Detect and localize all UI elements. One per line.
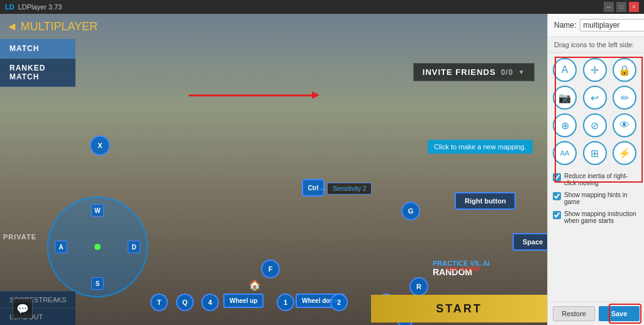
- sensitivity-arrows: ↔: [319, 184, 328, 194]
- icon-tap[interactable]: A: [553, 58, 577, 82]
- key-badge-1[interactable]: 1: [277, 294, 294, 311]
- game-area: ◄ MULTIPLAYER MATCH RANKED MATCH INVITE …: [0, 14, 547, 325]
- icon-repeat[interactable]: ↩: [583, 86, 607, 110]
- panel-name-label: Name:: [554, 21, 576, 30]
- icon-camera[interactable]: 📷: [553, 86, 577, 110]
- game-title: MULTIPLAYER: [21, 20, 97, 33]
- restore-button[interactable]: □: [616, 2, 626, 12]
- back-button[interactable]: ◄ MULTIPLAYER: [6, 20, 97, 33]
- joystick-dot: [94, 244, 101, 250]
- wheel-up-button[interactable]: Wheel up: [223, 294, 264, 308]
- icon-view[interactable]: 👁: [613, 113, 636, 137]
- key-badge-t[interactable]: T: [150, 294, 168, 311]
- home-icon[interactable]: 🏠: [248, 279, 261, 291]
- panel-name-row: Name: ▼: [548, 14, 644, 37]
- key-s: S: [91, 277, 104, 290]
- key-d: D: [128, 241, 140, 253]
- icon-no[interactable]: ⊘: [583, 113, 607, 137]
- space-button[interactable]: Space: [513, 233, 547, 251]
- checkbox-reduce-inertia: Reduce inertia of right-click moving: [548, 170, 644, 189]
- panel-name-input[interactable]: [580, 19, 644, 31]
- nav-item-match[interactable]: MATCH: [0, 39, 75, 59]
- key-w: W: [91, 204, 104, 217]
- bottom-menu-loadout[interactable]: LOADOUT: [0, 308, 75, 325]
- title-bar-controls: ─ □ ✕: [604, 2, 639, 12]
- bottom-menu-scorestreaks[interactable]: SCORESTREAKS: [0, 291, 75, 308]
- checkbox-show-hints-input[interactable]: [553, 192, 561, 200]
- new-mapping-hint[interactable]: Click to make a new mapping.: [428, 140, 533, 154]
- invite-count: 0/0: [501, 68, 513, 77]
- title-bar-left: LD LDPlayer 3.73: [5, 3, 62, 11]
- minimize-button[interactable]: ─: [604, 2, 614, 12]
- close-button[interactable]: ✕: [629, 2, 639, 12]
- invite-dropdown-icon: ▼: [518, 69, 525, 76]
- key-badge-2[interactable]: 2: [330, 294, 348, 311]
- back-arrow-icon: ◄: [6, 20, 18, 33]
- panel-bottom-buttons: Restore Save: [548, 302, 644, 325]
- sensitivity-button[interactable]: Sensitivity 2: [327, 183, 372, 195]
- icon-grid-cell[interactable]: ⊞: [583, 141, 607, 165]
- bottom-menu: SCORESTREAKS LOADOUT: [0, 291, 75, 325]
- icon-lock[interactable]: 🔒: [613, 58, 636, 82]
- save-button[interactable]: Save: [599, 306, 640, 321]
- start-button[interactable]: START: [371, 295, 547, 322]
- key-badge-x[interactable]: X: [90, 135, 110, 156]
- checkbox-show-instruction-input[interactable]: [553, 211, 561, 219]
- lod-label: low model: [447, 265, 480, 272]
- checkbox-reduce-inertia-label: Reduce inertia of right-click moving: [564, 173, 639, 186]
- icon-crosshair[interactable]: ⊕: [553, 113, 577, 137]
- nav-item-ranked[interactable]: RANKED MATCH: [0, 59, 75, 87]
- right-panel: Name: ▼ Drag icons to the left side: A ✛…: [547, 14, 644, 325]
- restore-button[interactable]: Restore: [553, 306, 595, 321]
- icon-edit[interactable]: ✏: [613, 86, 636, 110]
- checkbox-show-hints: Show mapping hints in game: [548, 189, 644, 208]
- right-button[interactable]: Right button: [455, 192, 516, 210]
- icon-quick[interactable]: ⚡: [613, 141, 636, 165]
- checkbox-show-instruction-label: Show mapping instruction when game start…: [564, 210, 639, 224]
- game-top-bar: ◄ MULTIPLAYER: [0, 14, 547, 39]
- nav-menu: MATCH RANKED MATCH: [0, 39, 75, 87]
- checkbox-reduce-inertia-input[interactable]: [553, 173, 561, 181]
- key-badge-r[interactable]: R: [409, 277, 428, 296]
- invite-friends-label: INVITE FRIENDS: [423, 67, 496, 77]
- icon-fire-joystick[interactable]: ✛: [583, 58, 607, 82]
- red-arrow-indicator: [189, 94, 314, 96]
- title-bar: LD LDPlayer 3.73 ─ □ ✕: [0, 0, 644, 14]
- key-badge-f[interactable]: F: [261, 259, 280, 278]
- panel-drag-label: Drag icons to the left side:: [548, 37, 644, 53]
- checkbox-show-hints-label: Show mapping hints in game: [564, 191, 639, 205]
- icon-grid: A ✛ 🔒 📷 ↩ ✏ ⊕ ⊘ 👁 AA ⊞ ⚡: [548, 53, 644, 170]
- key-a: A: [55, 241, 67, 253]
- wasd-joystick[interactable]: W A S D: [47, 197, 148, 297]
- checkbox-show-instruction: Show mapping instruction when game start…: [548, 208, 644, 227]
- app-logo: LD: [5, 3, 14, 11]
- icon-text[interactable]: AA: [553, 141, 577, 165]
- private-label: PRIVATE: [3, 233, 36, 241]
- chat-icon[interactable]: 💬: [13, 299, 33, 319]
- key-badge-g[interactable]: G: [401, 202, 420, 220]
- key-badge-q[interactable]: Q: [176, 294, 194, 311]
- app-title: LDPlayer 3.73: [18, 3, 62, 11]
- key-badge-4[interactable]: 4: [201, 294, 219, 311]
- invite-friends-button[interactable]: INVITE FRIENDS 0/0 ▼: [413, 63, 535, 81]
